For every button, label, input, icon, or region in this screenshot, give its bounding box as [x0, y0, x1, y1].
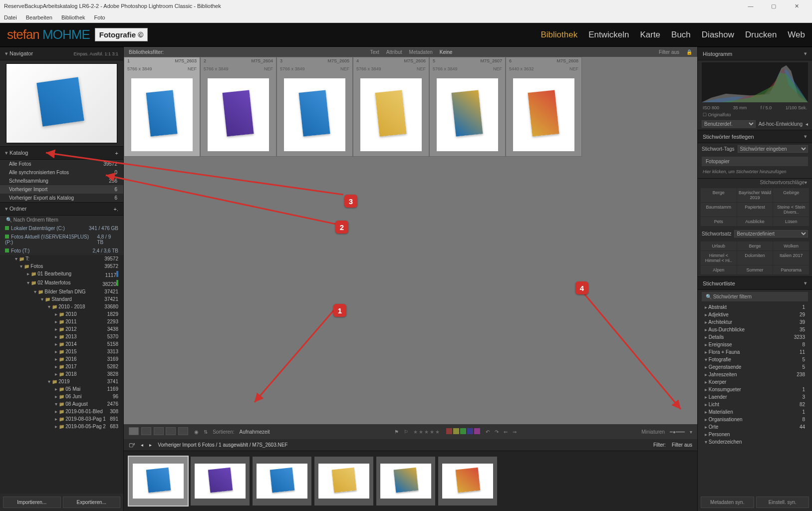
navigator-header[interactable]: ▾ Navigator Einpas. Ausfül. 1:1 3:1 — [0, 47, 123, 60]
folder-row[interactable]: 20153313 — [0, 348, 123, 355]
filter-none[interactable]: Keine — [440, 49, 453, 55]
keyword-list-item[interactable]: Jahreszeiten238 — [698, 371, 812, 378]
keyword-set-item[interactable]: Dolomiten — [737, 251, 773, 265]
grid-view-button[interactable] — [129, 427, 139, 435]
drive-c[interactable]: Lokaler Datenträger (C:)341 / 476 GB — [0, 224, 123, 233]
compare-view-button[interactable] — [154, 427, 164, 435]
rotate-cw-icon[interactable]: ↷ — [495, 429, 499, 435]
folder-row[interactable]: 02 Masterfotos38220 — [0, 279, 123, 288]
keyword-list-item[interactable]: Abstrakt1 — [698, 303, 812, 311]
folder-row[interactable]: 2010 - 201833680 — [0, 303, 123, 310]
folder-row[interactable]: T:39572 — [0, 255, 123, 262]
filmstrip-cell[interactable] — [253, 457, 311, 506]
module-library[interactable]: Bibliothek — [541, 30, 577, 40]
histogram-display[interactable] — [702, 62, 808, 102]
keyword-tags-mode[interactable]: Stichwörter eingeben — [738, 145, 808, 153]
module-print[interactable]: Drucken — [745, 30, 777, 40]
minimize-button[interactable]: — — [739, 3, 762, 9]
keyword-list-item[interactable]: Orte44 — [698, 423, 812, 431]
navigator-preview[interactable] — [6, 63, 117, 143]
menu-photo[interactable]: Foto — [94, 14, 105, 20]
keyword-list-item[interactable]: Architektur39 — [698, 318, 812, 326]
grid-cell[interactable]: 5M7S_26075766 x 3849NEF — [429, 57, 506, 157]
catalog-header[interactable]: ▾ Katalog+ — [0, 146, 123, 160]
keyword-set-item[interactable]: Alpen — [701, 265, 737, 274]
catalog-row[interactable]: Vorheriger Import6 — [0, 185, 123, 194]
keyword-set-item[interactable]: Urlaub — [701, 242, 737, 251]
sort-field[interactable]: Aufnahmezeit — [239, 429, 270, 435]
filter-attribute[interactable]: Attribut — [386, 49, 402, 55]
keyword-suggestion[interactable]: Baumstamm — [701, 203, 737, 217]
folder-row[interactable]: 20123438 — [0, 325, 123, 333]
keyword-list-item[interactable]: Laender3 — [698, 393, 812, 401]
keyword-filter[interactable]: 🔍 Stichwörter filtern — [702, 292, 808, 301]
keyword-set-item[interactable]: Panorama — [773, 265, 809, 274]
keyword-suggestion[interactable]: Ausblicke — [737, 217, 773, 226]
keyword-set-item[interactable]: Wolken — [773, 242, 809, 251]
filmstrip-cell[interactable] — [314, 457, 373, 506]
folder-row[interactable]: 20175282 — [0, 363, 123, 370]
sort-direction-icon[interactable]: ⇅ — [204, 429, 208, 435]
grid-cell[interactable]: 6M7S_26085440 x 3632NEF — [506, 57, 582, 157]
folder-row[interactable]: Bilder Stefan DNG37421 — [0, 288, 123, 295]
grid-cell[interactable]: 1M7S_26035766 x 3849NEF — [124, 57, 200, 157]
module-web[interactable]: Web — [788, 30, 805, 40]
folder-row[interactable]: 2019-08-03-Pag 1891 — [0, 415, 123, 423]
folder-row[interactable]: 20193741 — [0, 378, 123, 385]
folder-row[interactable]: Standard37421 — [0, 295, 123, 303]
filmstrip-cell[interactable] — [129, 457, 188, 506]
filter-metadata[interactable]: Metadaten — [409, 49, 433, 55]
menu-edit[interactable]: Bearbeiten — [26, 14, 52, 20]
folder-row[interactable]: 06 Juni96 — [0, 393, 123, 400]
keyword-list-item[interactable]: Konsumgueter1 — [698, 386, 812, 393]
filmstrip-cell[interactable] — [438, 457, 497, 506]
close-button[interactable]: ✕ — [785, 3, 808, 9]
folder-row[interactable]: 2019-08-01-Bled308 — [0, 408, 123, 415]
grid-cell[interactable]: 3M7S_26055766 x 3849NEF — [276, 57, 353, 157]
keyword-list-item[interactable]: Materialien1 — [698, 408, 812, 416]
keyword-suggestion[interactable]: Gebirge — [773, 188, 809, 202]
sync-metadata-button[interactable]: Metadaten syn. — [701, 497, 754, 508]
module-book[interactable]: Buch — [671, 30, 691, 40]
import-button[interactable]: Importieren... — [3, 497, 61, 508]
keyword-list-item[interactable]: Ereignisse8 — [698, 341, 812, 348]
filter-preset[interactable]: Filter aus — [659, 49, 679, 55]
keyword-entry[interactable]: Fotopapier — [702, 157, 808, 166]
catalog-row[interactable]: Alle Fotos39572 — [0, 160, 123, 168]
keyword-suggestion[interactable]: Pets — [701, 217, 737, 226]
folder-row[interactable]: 20145158 — [0, 340, 123, 348]
keyword-set-select[interactable]: Benutzerdefiniert — [734, 230, 808, 238]
source-indicator[interactable]: Vorheriger Import 6 Fotos / 1 ausgewählt… — [158, 442, 287, 448]
keyword-set-item[interactable]: Italien 2017 — [773, 251, 809, 265]
folder-row[interactable]: 05 Mai1169 — [0, 385, 123, 393]
go-back-icon[interactable]: ◂ — [141, 442, 143, 448]
keyword-list-item[interactable]: Personen — [698, 431, 812, 438]
keyword-list-item[interactable]: Organisationen8 — [698, 416, 812, 423]
next-photo-icon[interactable]: ⇒ — [513, 429, 517, 435]
keyword-list-item[interactable]: Flora + Fauna11 — [698, 348, 812, 356]
color-labels[interactable] — [446, 428, 481, 435]
sync-settings-button[interactable]: Einstell. syn. — [756, 497, 810, 508]
keyword-set-item[interactable]: Berge — [737, 242, 773, 251]
rotate-ccw-icon[interactable]: ↶ — [486, 429, 490, 435]
keyword-list-item[interactable]: Koerper — [698, 378, 812, 386]
filter-text[interactable]: Text — [370, 49, 379, 55]
rating-stars[interactable]: ★★★★★ — [413, 429, 441, 435]
filmstrip-filter[interactable]: Filter aus — [672, 442, 692, 448]
module-develop[interactable]: Entwickeln — [588, 30, 629, 40]
dev-preset-select[interactable]: Benutzerdef. — [702, 120, 756, 128]
filmstrip-cell[interactable] — [191, 457, 250, 506]
keyword-suggestion[interactable]: Bayrischer Wald 2019 — [737, 188, 773, 202]
keyword-list-item[interactable]: Fotografie5 — [698, 356, 812, 363]
keyword-set-item[interactable]: Himmel < Himmel < Hi.. — [701, 251, 737, 265]
folder-row[interactable]: 08 August2476 — [0, 400, 123, 408]
thumbnail-size-slider[interactable]: ━●━━━ — [670, 429, 685, 435]
export-button[interactable]: Exportieren... — [63, 497, 121, 508]
flag-reject-icon[interactable]: ⚐ — [404, 429, 408, 435]
survey-view-button[interactable] — [166, 427, 176, 435]
keyword-list-item[interactable]: Details3233 — [698, 333, 812, 341]
keyword-suggestion[interactable]: Berge — [701, 188, 737, 202]
prev-photo-icon[interactable]: ⇐ — [504, 429, 508, 435]
folder-row[interactable]: 20101829 — [0, 310, 123, 318]
go-forward-icon[interactable]: ▸ — [149, 442, 152, 448]
